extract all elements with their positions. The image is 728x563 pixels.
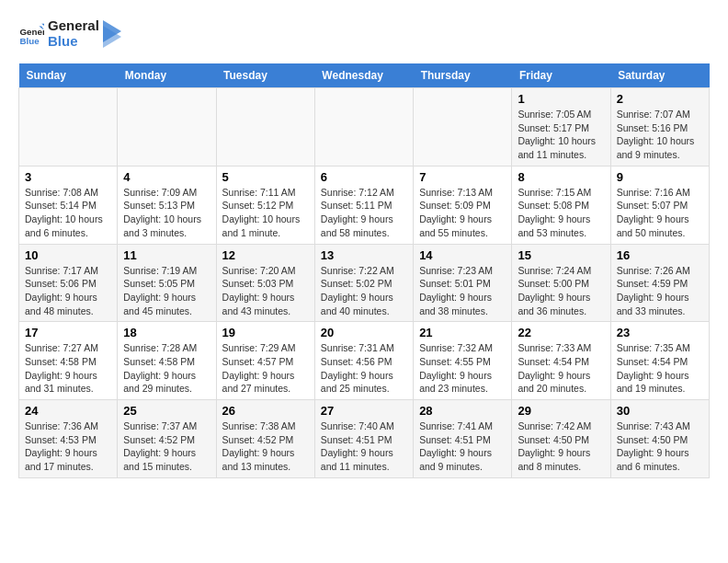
calendar-cell: 22Sunrise: 7:33 AM Sunset: 4:54 PM Dayli… — [512, 322, 610, 400]
day-number: 19 — [222, 326, 309, 339]
day-number: 24 — [25, 404, 111, 418]
calendar-cell: 2Sunrise: 7:07 AM Sunset: 5:16 PM Daylig… — [610, 88, 709, 167]
weekday-header-friday: Friday — [512, 63, 610, 88]
day-info: Sunrise: 7:07 AM Sunset: 5:16 PM Dayligh… — [617, 108, 703, 162]
day-info: Sunrise: 7:11 AM Sunset: 5:12 PM Dayligh… — [222, 186, 309, 240]
day-number: 16 — [617, 248, 703, 262]
calendar-cell: 26Sunrise: 7:38 AM Sunset: 4:52 PM Dayli… — [216, 400, 314, 478]
day-number: 11 — [123, 248, 210, 262]
day-info: Sunrise: 7:16 AM Sunset: 5:07 PM Dayligh… — [617, 186, 703, 240]
day-number: 23 — [617, 326, 703, 339]
calendar-week-5: 24Sunrise: 7:36 AM Sunset: 4:53 PM Dayli… — [19, 400, 710, 478]
day-info: Sunrise: 7:23 AM Sunset: 5:01 PM Dayligh… — [419, 264, 506, 318]
calendar-cell: 12Sunrise: 7:20 AM Sunset: 5:03 PM Dayli… — [216, 244, 314, 322]
day-number: 28 — [419, 404, 506, 418]
day-number: 27 — [321, 404, 407, 418]
day-info: Sunrise: 7:20 AM Sunset: 5:03 PM Dayligh… — [222, 264, 309, 318]
day-info: Sunrise: 7:37 AM Sunset: 4:52 PM Dayligh… — [123, 419, 210, 474]
svg-text:Blue: Blue — [19, 36, 40, 46]
weekday-header-saturday: Saturday — [610, 63, 709, 88]
day-info: Sunrise: 7:36 AM Sunset: 4:53 PM Dayligh… — [25, 419, 111, 474]
calendar-cell — [314, 88, 413, 167]
day-info: Sunrise: 7:15 AM Sunset: 5:08 PM Dayligh… — [518, 186, 604, 240]
calendar-cell: 16Sunrise: 7:26 AM Sunset: 4:59 PM Dayli… — [610, 244, 709, 322]
day-info: Sunrise: 7:12 AM Sunset: 5:11 PM Dayligh… — [321, 186, 407, 240]
calendar-cell: 27Sunrise: 7:40 AM Sunset: 4:51 PM Dayli… — [314, 400, 413, 478]
weekday-header-thursday: Thursday — [414, 63, 512, 88]
day-number: 29 — [518, 404, 604, 418]
day-number: 9 — [617, 170, 703, 184]
calendar-cell: 10Sunrise: 7:17 AM Sunset: 5:06 PM Dayli… — [19, 244, 118, 322]
day-number: 30 — [617, 404, 703, 418]
calendar-table: SundayMondayTuesdayWednesdayThursdayFrid… — [18, 63, 710, 478]
day-number: 18 — [123, 326, 210, 339]
day-number: 2 — [617, 92, 703, 106]
calendar-cell — [414, 88, 512, 167]
day-info: Sunrise: 7:13 AM Sunset: 5:09 PM Dayligh… — [419, 186, 506, 240]
calendar-cell: 19Sunrise: 7:29 AM Sunset: 4:57 PM Dayli… — [216, 322, 314, 400]
day-info: Sunrise: 7:42 AM Sunset: 4:50 PM Dayligh… — [518, 419, 604, 474]
calendar-cell: 4Sunrise: 7:09 AM Sunset: 5:13 PM Daylig… — [118, 166, 216, 244]
calendar-cell: 6Sunrise: 7:12 AM Sunset: 5:11 PM Daylig… — [314, 166, 413, 244]
day-number: 20 — [321, 326, 407, 339]
calendar-cell: 28Sunrise: 7:41 AM Sunset: 4:51 PM Dayli… — [414, 400, 512, 478]
weekday-header-sunday: Sunday — [19, 63, 118, 88]
page-header: General Blue General Blue — [18, 18, 710, 49]
day-number: 13 — [321, 248, 407, 262]
day-number: 4 — [123, 170, 210, 184]
calendar-cell: 25Sunrise: 7:37 AM Sunset: 4:52 PM Dayli… — [118, 400, 216, 478]
day-info: Sunrise: 7:08 AM Sunset: 5:14 PM Dayligh… — [25, 186, 111, 240]
calendar-cell: 21Sunrise: 7:32 AM Sunset: 4:55 PM Dayli… — [414, 322, 512, 400]
calendar-cell: 15Sunrise: 7:24 AM Sunset: 5:00 PM Dayli… — [512, 244, 610, 322]
calendar-cell: 11Sunrise: 7:19 AM Sunset: 5:05 PM Dayli… — [118, 244, 216, 322]
calendar-cell — [118, 88, 216, 167]
calendar-cell: 18Sunrise: 7:28 AM Sunset: 4:58 PM Dayli… — [118, 322, 216, 400]
day-number: 10 — [25, 248, 111, 262]
day-info: Sunrise: 7:31 AM Sunset: 4:56 PM Dayligh… — [321, 341, 407, 396]
calendar-cell: 7Sunrise: 7:13 AM Sunset: 5:09 PM Daylig… — [414, 166, 512, 244]
day-info: Sunrise: 7:28 AM Sunset: 4:58 PM Dayligh… — [123, 341, 210, 396]
day-info: Sunrise: 7:27 AM Sunset: 4:58 PM Dayligh… — [25, 341, 111, 396]
logo: General Blue General Blue — [18, 18, 121, 49]
calendar-week-2: 3Sunrise: 7:08 AM Sunset: 5:14 PM Daylig… — [19, 166, 710, 244]
weekday-header-monday: Monday — [118, 63, 216, 88]
day-info: Sunrise: 7:17 AM Sunset: 5:06 PM Dayligh… — [25, 264, 111, 318]
day-number: 6 — [321, 170, 407, 184]
day-number: 1 — [518, 92, 604, 106]
day-number: 22 — [518, 326, 604, 339]
day-info: Sunrise: 7:24 AM Sunset: 5:00 PM Dayligh… — [518, 264, 604, 318]
weekday-header-tuesday: Tuesday — [216, 63, 314, 88]
day-info: Sunrise: 7:35 AM Sunset: 4:54 PM Dayligh… — [617, 341, 703, 396]
calendar-cell: 5Sunrise: 7:11 AM Sunset: 5:12 PM Daylig… — [216, 166, 314, 244]
calendar-cell: 14Sunrise: 7:23 AM Sunset: 5:01 PM Dayli… — [414, 244, 512, 322]
day-info: Sunrise: 7:43 AM Sunset: 4:50 PM Dayligh… — [617, 419, 703, 474]
calendar-cell: 8Sunrise: 7:15 AM Sunset: 5:08 PM Daylig… — [512, 166, 610, 244]
day-info: Sunrise: 7:33 AM Sunset: 4:54 PM Dayligh… — [518, 341, 604, 396]
day-number: 12 — [222, 248, 309, 262]
calendar-cell: 30Sunrise: 7:43 AM Sunset: 4:50 PM Dayli… — [610, 400, 709, 478]
day-number: 26 — [222, 404, 309, 418]
day-info: Sunrise: 7:09 AM Sunset: 5:13 PM Dayligh… — [123, 186, 210, 240]
weekday-header-row: SundayMondayTuesdayWednesdayThursdayFrid… — [19, 63, 710, 88]
day-number: 15 — [518, 248, 604, 262]
logo-arrow-icon — [103, 20, 121, 48]
calendar-week-4: 17Sunrise: 7:27 AM Sunset: 4:58 PM Dayli… — [19, 322, 710, 400]
calendar-cell: 24Sunrise: 7:36 AM Sunset: 4:53 PM Dayli… — [19, 400, 118, 478]
day-info: Sunrise: 7:05 AM Sunset: 5:17 PM Dayligh… — [518, 108, 604, 162]
day-number: 7 — [419, 170, 506, 184]
calendar-cell: 9Sunrise: 7:16 AM Sunset: 5:07 PM Daylig… — [610, 166, 709, 244]
calendar-cell: 29Sunrise: 7:42 AM Sunset: 4:50 PM Dayli… — [512, 400, 610, 478]
calendar-body: 1Sunrise: 7:05 AM Sunset: 5:17 PM Daylig… — [19, 88, 710, 478]
day-number: 3 — [25, 170, 111, 184]
calendar-cell: 1Sunrise: 7:05 AM Sunset: 5:17 PM Daylig… — [512, 88, 610, 167]
day-number: 25 — [123, 404, 210, 418]
calendar-cell — [216, 88, 314, 167]
logo-general: General — [48, 18, 99, 34]
day-info: Sunrise: 7:26 AM Sunset: 4:59 PM Dayligh… — [617, 264, 703, 318]
day-number: 21 — [419, 326, 506, 339]
day-info: Sunrise: 7:32 AM Sunset: 4:55 PM Dayligh… — [419, 341, 506, 396]
logo-blue: Blue — [48, 34, 99, 50]
day-info: Sunrise: 7:29 AM Sunset: 4:57 PM Dayligh… — [222, 341, 309, 396]
day-number: 5 — [222, 170, 309, 184]
calendar-cell: 13Sunrise: 7:22 AM Sunset: 5:02 PM Dayli… — [314, 244, 413, 322]
